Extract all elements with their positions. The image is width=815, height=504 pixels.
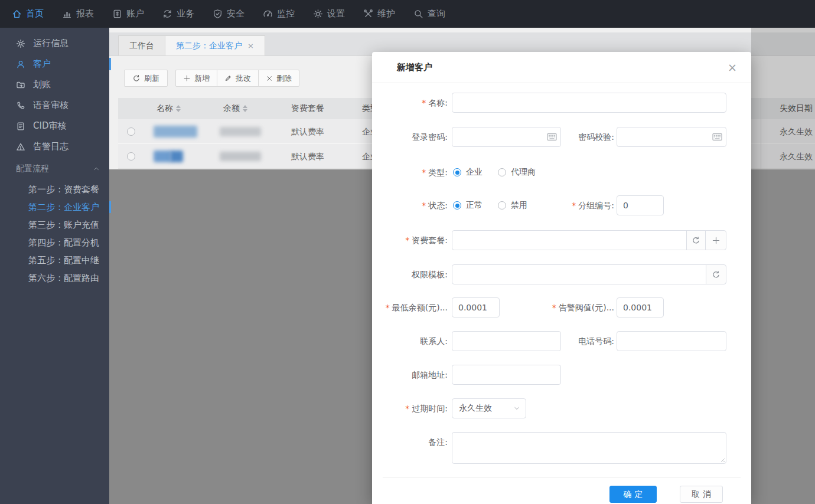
sidebar-item-label: 语音审核 xyxy=(33,100,69,111)
nav-item-label: 首页 xyxy=(26,8,44,19)
login-password-label: 登录密码: xyxy=(412,132,448,142)
row-radio[interactable] xyxy=(127,152,135,161)
group-no-input[interactable] xyxy=(617,195,664,215)
sidebar-step-4[interactable]: 第四步：配置分机 xyxy=(0,234,109,251)
keyboard-icon[interactable] xyxy=(712,133,722,141)
sidebar-item-voice-audit[interactable]: 语音审核 xyxy=(0,95,109,116)
rate-package-refresh-button[interactable] xyxy=(686,230,706,250)
footer-divider xyxy=(383,477,741,477)
nav-item-accounts[interactable]: 账户 xyxy=(112,8,144,19)
document-icon xyxy=(16,122,25,131)
cell-rate-package: 默认费率 xyxy=(291,144,324,169)
permission-template-refresh-button[interactable] xyxy=(706,264,726,284)
field-row-remark: 备注: xyxy=(372,432,751,464)
wrench-icon xyxy=(363,9,373,19)
remark-textarea[interactable] xyxy=(452,432,726,464)
confirm-button[interactable]: 确定 xyxy=(609,486,657,503)
chevron-down-icon xyxy=(513,405,520,412)
sidebar-item-label: 运行信息 xyxy=(33,38,69,49)
nav-item-label: 账户 xyxy=(126,8,144,19)
refresh-icon xyxy=(692,236,700,245)
gauge-icon xyxy=(263,9,273,19)
nav-item-security[interactable]: 安全 xyxy=(213,8,244,19)
sidebar-item-alarm-log[interactable]: 告警日志 xyxy=(0,136,109,157)
top-navbar: 首页 报表 账户 业务 安全 监控 设置 维护 xyxy=(0,0,815,28)
sidebar-item-label: CID审核 xyxy=(33,120,66,132)
sort-icon xyxy=(243,105,247,112)
field-row-name: *名称: xyxy=(372,93,751,113)
tab-step2-enterprise-customers[interactable]: 第二步：企业客户 × xyxy=(165,35,265,55)
radio-selected-icon xyxy=(453,168,461,176)
nav-item-settings[interactable]: 设置 xyxy=(313,8,345,19)
tab-workbench[interactable]: 工作台 xyxy=(118,35,165,55)
sidebar-item-label: 告警日志 xyxy=(33,141,69,152)
rate-package-add-button[interactable] xyxy=(705,230,726,250)
password-verify-input[interactable] xyxy=(617,127,726,147)
nav-item-home[interactable]: 首页 xyxy=(12,8,44,19)
folder-arrow-icon xyxy=(16,80,25,90)
email-label: 邮箱地址: xyxy=(412,370,448,379)
sidebar-step-6[interactable]: 第六步：配置路由 xyxy=(0,269,109,287)
tab-label: 工作台 xyxy=(129,41,154,51)
field-row-rate-package: *资费套餐: xyxy=(372,230,751,250)
edit-button[interactable]: 批改 xyxy=(217,70,259,87)
password-verify-label: 密码校验: xyxy=(578,132,614,142)
redacted-name xyxy=(170,150,183,162)
redacted-name xyxy=(154,126,197,138)
modal-backdrop xyxy=(751,28,815,169)
nav-item-maintain[interactable]: 维护 xyxy=(363,8,395,19)
sidebar-step-2[interactable]: 第二步：企业客户 xyxy=(0,198,109,216)
close-icon[interactable]: × xyxy=(728,62,737,73)
status-radio-normal[interactable]: 正常 xyxy=(453,200,483,211)
sidebar-section-config-flow[interactable]: 配置流程 xyxy=(0,157,109,181)
required-mark: * xyxy=(422,98,426,107)
screen: 首页 报表 账户 业务 安全 监控 设置 维护 xyxy=(0,0,815,504)
column-balance[interactable]: 余额 xyxy=(223,98,247,119)
add-button[interactable]: 新增 xyxy=(175,70,217,87)
delete-button[interactable]: 删除 xyxy=(258,70,299,87)
radio-selected-icon xyxy=(453,201,461,210)
type-label: 类型: xyxy=(428,168,448,177)
min-balance-input[interactable] xyxy=(452,297,500,318)
required-mark: * xyxy=(422,168,426,177)
group-no-label: 分组编号: xyxy=(578,201,614,210)
nav-item-reports[interactable]: 报表 xyxy=(62,8,94,19)
required-mark: * xyxy=(405,404,409,413)
redacted-balance xyxy=(220,127,261,136)
name-input[interactable] xyxy=(452,93,726,113)
expire-time-select[interactable]: 永久生效 xyxy=(452,398,526,418)
sidebar-step-1[interactable]: 第一步：资费套餐 xyxy=(0,181,109,198)
radio-unselected-icon xyxy=(498,201,506,210)
type-radio-agent[interactable]: 代理商 xyxy=(498,167,536,178)
sidebar-item-runtime-info[interactable]: 运行信息 xyxy=(0,33,109,54)
sidebar-section-label: 配置流程 xyxy=(16,163,49,174)
remark-label: 备注: xyxy=(428,437,448,447)
nav-item-business[interactable]: 业务 xyxy=(162,8,194,19)
phone-input[interactable] xyxy=(617,331,726,351)
sidebar-step-3[interactable]: 第三步：账户充值 xyxy=(0,216,109,234)
type-radio-enterprise[interactable]: 企业 xyxy=(453,167,483,178)
alarm-threshold-label: 告警阀值(元)... xyxy=(559,303,614,312)
nav-item-label: 安全 xyxy=(227,8,244,19)
contact-label: 联系人: xyxy=(420,336,448,346)
sidebar-step-5[interactable]: 第五步：配置中继 xyxy=(0,251,109,269)
nav-item-query[interactable]: 查询 xyxy=(413,8,445,19)
tab-close-icon[interactable]: × xyxy=(247,41,254,50)
refresh-button[interactable]: 刷新 xyxy=(124,70,168,87)
sidebar: 运行信息 客户 划账 语音审核 CID审核 告警日志 配置流程 第一步：资费套餐… xyxy=(0,28,109,504)
nav-item-monitor[interactable]: 监控 xyxy=(263,8,295,19)
redacted-balance xyxy=(220,152,261,161)
permission-template-input[interactable] xyxy=(452,264,706,284)
row-radio[interactable] xyxy=(127,127,135,136)
alarm-threshold-input[interactable] xyxy=(617,297,664,318)
user-icon xyxy=(16,60,25,69)
sidebar-item-customers[interactable]: 客户 xyxy=(0,54,109,74)
field-row-contact: 联系人: 电话号码: xyxy=(372,331,751,351)
sidebar-item-transfer[interactable]: 划账 xyxy=(0,74,109,95)
cancel-button[interactable]: 取消 xyxy=(680,486,723,503)
email-input[interactable] xyxy=(452,365,561,385)
sidebar-item-cid-audit[interactable]: CID审核 xyxy=(0,116,109,136)
rate-package-input[interactable] xyxy=(452,230,687,250)
nav-item-label: 查询 xyxy=(428,8,445,19)
column-name[interactable]: 名称 xyxy=(157,98,181,119)
